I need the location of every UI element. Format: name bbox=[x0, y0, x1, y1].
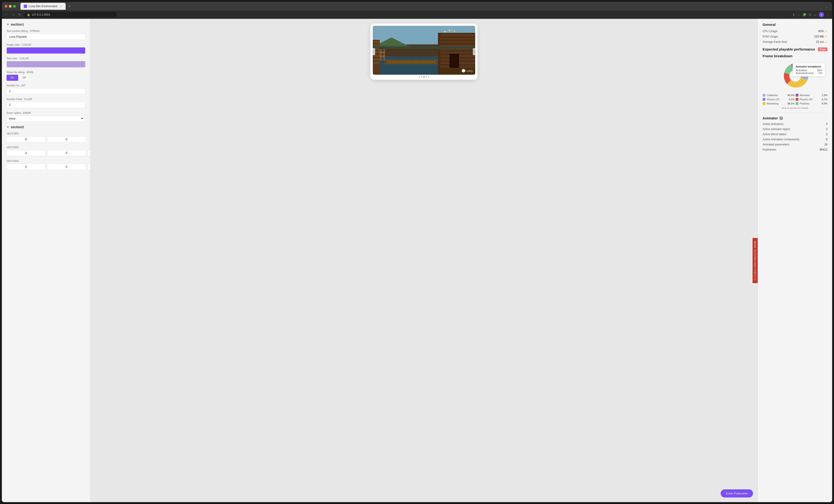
forward-button[interactable]: → bbox=[11, 12, 15, 17]
back-button[interactable]: ← bbox=[5, 12, 9, 17]
vector2-x-input[interactable] bbox=[6, 136, 46, 143]
animator-stat-label-2: Active blend states: bbox=[763, 133, 787, 136]
number-int-field: Number Int - INT bbox=[6, 84, 85, 94]
text-color-swatch[interactable] bbox=[6, 61, 85, 67]
left-panel: ▼ section1 Text content String - STRING … bbox=[2, 19, 90, 502]
tab-bar: L Luna Dev Environment × + bbox=[20, 3, 823, 10]
share-icon[interactable]: ⬆ bbox=[793, 13, 795, 17]
number-float-input[interactable] bbox=[6, 102, 85, 108]
legend-item-0: Callbacks 46.0% bbox=[763, 94, 795, 96]
vector3-label: VECTOR3 bbox=[6, 146, 85, 149]
scene-svg bbox=[373, 26, 475, 75]
legend-value-1: 1.8% bbox=[822, 94, 828, 96]
cpu-warn-icon: ⚠ bbox=[825, 29, 828, 33]
animator-stat-label-5: Keyframes: bbox=[763, 148, 777, 151]
vector4-field: VECTOR4 bbox=[6, 160, 85, 170]
animator-stat-label-4: Animated parameters: bbox=[763, 143, 790, 146]
unity-icon bbox=[461, 69, 466, 73]
number-int-input[interactable] bbox=[6, 88, 85, 94]
user-avatar[interactable]: a bbox=[819, 12, 824, 17]
vector2-y-input[interactable] bbox=[47, 136, 86, 143]
new-tab-button[interactable]: + bbox=[67, 3, 72, 9]
right-panel: General CPU Usage: 92% ⚠ RAM Usage: 233 … bbox=[758, 19, 832, 502]
tab-close-button[interactable]: × bbox=[59, 5, 62, 8]
bookmark-icon[interactable]: ☆ bbox=[797, 13, 800, 17]
enum-select[interactable]: one two three four bbox=[6, 115, 85, 122]
cpu-value: 92% ⚠ bbox=[818, 29, 828, 33]
minimize-button[interactable] bbox=[9, 5, 12, 8]
section2-toggle[interactable]: ▼ bbox=[6, 126, 9, 129]
url-field[interactable]: 🔒 127.0.0.1:8001 bbox=[24, 12, 117, 17]
bool-off-button[interactable]: Off bbox=[18, 75, 30, 81]
vector4-x-input[interactable] bbox=[6, 163, 46, 170]
vector3-y-input[interactable] bbox=[47, 150, 86, 156]
dot-2 bbox=[421, 76, 422, 78]
general-title: General bbox=[763, 23, 828, 26]
legend-item-5: Particles 4.9% bbox=[796, 102, 828, 105]
animator-stat-value-4: 24 bbox=[825, 143, 828, 146]
svg-rect-35 bbox=[451, 55, 458, 67]
perf-vertical-container: Playable Performance: Poor bbox=[752, 238, 758, 283]
close-button[interactable] bbox=[5, 5, 7, 8]
active-tab[interactable]: L Luna Dev Environment × bbox=[20, 3, 66, 10]
section1-toggle[interactable]: ▼ bbox=[6, 23, 9, 26]
svg-rect-19 bbox=[440, 51, 475, 54]
animator-stat-row-3: Active Animation components: 0 bbox=[763, 138, 828, 141]
lock-icon: 🔒 bbox=[27, 13, 30, 16]
vector4-y-input[interactable] bbox=[47, 163, 86, 170]
animator-stat-value-5: 86412 bbox=[820, 148, 828, 151]
text-content-input[interactable] bbox=[6, 34, 85, 40]
section2-header: ▼ section2 bbox=[6, 125, 85, 129]
refresh-button[interactable]: ↻ bbox=[18, 12, 21, 17]
svg-marker-44 bbox=[462, 69, 465, 72]
animator-stat-value-2: 3 bbox=[826, 133, 828, 136]
number-float-label: Number Float - FLOAT bbox=[6, 98, 85, 101]
preview-nav-right[interactable]: › bbox=[473, 48, 478, 55]
animator-header: Animator ? bbox=[763, 116, 828, 120]
svg-rect-16 bbox=[440, 41, 475, 43]
bool-toggle: On Off bbox=[6, 75, 85, 81]
address-bar: ← → ↻ 🔒 127.0.0.1:8001 ⬆ ☆ 🧩 ☰ ▭ a ⋮ bbox=[2, 11, 832, 19]
text-color-label: Text color - COLOR bbox=[6, 57, 85, 60]
vector4-z-input[interactable] bbox=[87, 163, 90, 170]
svg-rect-24 bbox=[385, 60, 438, 61]
image-color-swatch[interactable] bbox=[6, 47, 85, 54]
dot-5 bbox=[428, 76, 429, 78]
help-icon[interactable]: ? bbox=[779, 116, 783, 120]
url-text: 127.0.0.1:8001 bbox=[32, 13, 50, 16]
number-int-label: Number Int - INT bbox=[6, 84, 85, 87]
menu-icon[interactable]: ⋮ bbox=[826, 13, 829, 17]
extensions-icon[interactable]: 🧩 bbox=[803, 13, 806, 17]
legend-value-4: 38.5% bbox=[787, 102, 794, 105]
svg-rect-26 bbox=[385, 63, 438, 64]
animator-stat-value-1: 3 bbox=[826, 128, 828, 131]
animator-stat-label-0: Active animators: bbox=[763, 123, 784, 126]
svg-rect-6 bbox=[374, 41, 380, 43]
legend-value-0: 46.0% bbox=[787, 94, 794, 96]
svg-rect-10 bbox=[374, 55, 380, 57]
enter-fullscreen-button[interactable]: Enter Fullscreen bbox=[721, 489, 753, 498]
show-viking-field: Show the viking - BOOL On Off bbox=[6, 71, 85, 81]
legend-color-3 bbox=[796, 98, 798, 101]
preview-nav-left[interactable]: ‹ bbox=[370, 48, 375, 55]
legend-item-2: Physics 2D 0.2% bbox=[763, 98, 795, 101]
vector3-z-input[interactable] bbox=[87, 150, 90, 156]
section2-title: section2 bbox=[11, 125, 24, 129]
tooltip-events-pct: 2% bbox=[818, 72, 822, 74]
ram-stat-row: RAM Usage: 233 MB ⚠ bbox=[763, 35, 828, 38]
vector3-x-input[interactable] bbox=[6, 150, 46, 156]
list-icon[interactable]: ☰ bbox=[809, 13, 811, 17]
vector2-inputs bbox=[6, 136, 85, 143]
legend-color-2 bbox=[763, 98, 765, 101]
sidebar-icon[interactable]: ▭ bbox=[814, 13, 816, 17]
section1-title: section1 bbox=[11, 23, 24, 26]
animator-stat-row-2: Active blend states: 3 bbox=[763, 133, 828, 136]
legend-value-3: 8.7% bbox=[822, 98, 828, 101]
maximize-button[interactable] bbox=[13, 5, 16, 8]
game-canvas: unity bbox=[373, 26, 475, 75]
bool-on-button[interactable]: On bbox=[6, 75, 18, 81]
traffic-lights bbox=[5, 5, 16, 8]
section1-header: ▼ section1 bbox=[6, 23, 85, 26]
animator-stat-label-1: Active animator layers: bbox=[763, 128, 791, 131]
frame-breakdown-title: Frame breakdown bbox=[763, 54, 828, 58]
